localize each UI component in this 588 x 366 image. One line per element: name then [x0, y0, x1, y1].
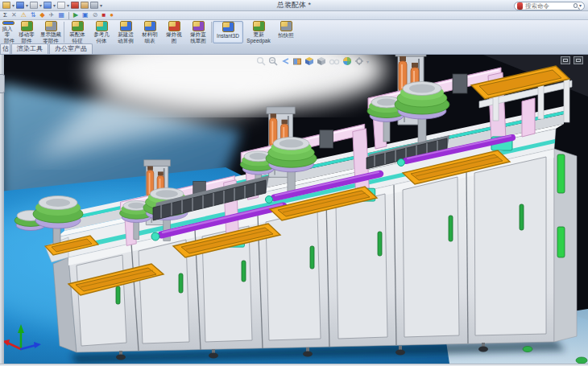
solidworks-window: ▾ ▾ ▾ ▾ ▾ ▾ 总装配体 * ▾ Σ ✕ ⚠ ⇅ ◆ ✈ ▦ ▶ ▣ ⊘…: [0, 0, 588, 366]
vent-panel: [557, 154, 565, 193]
select-caret[interactable]: ▾: [67, 3, 69, 8]
command-search[interactable]: ▾: [514, 2, 585, 10]
ribbon-separator: [211, 22, 212, 43]
update-speedpak-button[interactable]: 更新 Speedpak: [243, 21, 274, 43]
exploded-view-button[interactable]: 爆炸视 图: [162, 21, 186, 43]
play-animation-icon[interactable]: ▶: [73, 12, 78, 19]
feature-manager-collapsed-strip[interactable]: [0, 55, 4, 364]
print-caret[interactable]: ▾: [39, 3, 42, 8]
undo-button[interactable]: [43, 2, 52, 9]
bill-of-materials-button[interactable]: 材料明 细表: [138, 21, 162, 43]
options-button[interactable]: [90, 2, 98, 9]
move-component-icon: [21, 21, 33, 31]
explode-line-sketch-button[interactable]: 爆炸直 线草图: [186, 21, 210, 43]
title-bar: ▾ ▾ ▾ ▾ ▾ ▾ 总装配体 * ▾: [0, 0, 588, 11]
photoview-icon[interactable]: ▣: [82, 12, 89, 19]
insert-components-button[interactable]: 插入零 部件: [0, 21, 14, 43]
solidworks-logo-icon: [517, 2, 523, 10]
tab-evaluate[interactable]: 估: [0, 43, 10, 54]
take-snapshot-button[interactable]: 拍快照: [274, 21, 298, 43]
reference-geometry-button[interactable]: 参考几 何体: [89, 21, 114, 43]
view-settings-icon[interactable]: [354, 56, 364, 66]
panel-expand-handle[interactable]: [0, 74, 5, 93]
render-region-icon[interactable]: ■: [101, 12, 106, 19]
show-hidden-components-icon: [45, 21, 57, 31]
hud-caret[interactable]: ▾: [366, 59, 369, 64]
search-input[interactable]: [525, 2, 574, 10]
instant3d-button[interactable]: Instant3D: [213, 21, 243, 43]
file-properties-button[interactable]: [81, 2, 89, 9]
new-motion-study-icon: [120, 21, 132, 31]
mass-properties-icon[interactable]: ◆: [40, 12, 45, 19]
save-button[interactable]: [16, 2, 24, 9]
hide-show-items-icon[interactable]: [329, 56, 340, 66]
undo-caret[interactable]: ▾: [53, 3, 56, 8]
move-component-button[interactable]: 移动零 部件: [14, 21, 39, 43]
zoom-fit-icon[interactable]: [256, 56, 266, 66]
display-style-icon[interactable]: [317, 56, 326, 66]
tab-render-tools[interactable]: 渲染工具: [11, 43, 48, 54]
show-hidden-components-button[interactable]: 显示隐藏 零部件: [39, 21, 63, 43]
previous-view-icon[interactable]: [280, 56, 290, 66]
open-button[interactable]: [2, 2, 10, 9]
view-orientation-icon[interactable]: [304, 56, 314, 66]
rebuild-button[interactable]: [71, 2, 79, 9]
new-motion-study-button[interactable]: 新建运 动算例: [114, 21, 138, 43]
ribbon-separator: [64, 22, 64, 43]
assembly-features-icon: [72, 21, 84, 31]
toolbar-separator: [68, 12, 69, 19]
exploded-view-icon: [168, 21, 180, 31]
graphics-area[interactable]: ▾: [0, 55, 588, 364]
equations-icon[interactable]: Σ: [3, 12, 7, 19]
insert-components-icon: [2, 21, 14, 25]
section-view-icon[interactable]: [292, 56, 302, 66]
open-caret[interactable]: ▾: [12, 3, 14, 8]
search-icon: [574, 3, 578, 8]
delete-icon[interactable]: ✕: [11, 12, 17, 19]
no-render-icon[interactable]: ⊘: [93, 12, 98, 19]
explode-line-sketch-icon: [193, 21, 205, 31]
apply-scene-icon[interactable]: [342, 56, 352, 66]
print-button[interactable]: [30, 2, 38, 9]
viewport-close-button[interactable]: [574, 56, 583, 64]
instant3d-icon: [222, 22, 234, 32]
screen-capture-icon[interactable]: ▦: [58, 12, 64, 19]
bill-of-materials-icon: [144, 21, 156, 31]
standard-toolbar: Σ ✕ ⚠ ⇅ ◆ ✈ ▦ ▶ ▣ ⊘ ■ ●: [0, 11, 588, 20]
zoom-area-icon[interactable]: [268, 56, 278, 66]
fly-through-icon[interactable]: ✈: [49, 12, 55, 19]
viewport-restore-button[interactable]: [561, 56, 570, 64]
measure-icon[interactable]: ⇅: [31, 12, 36, 19]
heads-up-view-toolbar: ▾: [256, 56, 369, 66]
update-speedpak-icon: [253, 21, 265, 31]
search-caret[interactable]: ▾: [579, 3, 582, 8]
select-tool-button[interactable]: [57, 2, 65, 9]
scene-icon[interactable]: ●: [110, 12, 114, 19]
assembly-features-button[interactable]: 装配体 特征: [65, 21, 89, 43]
options-caret[interactable]: ▾: [100, 3, 102, 8]
reference-geometry-icon: [96, 21, 108, 31]
take-snapshot-icon: [280, 21, 292, 31]
vent-panel: [557, 227, 565, 257]
interference-icon[interactable]: ⚠: [21, 12, 27, 19]
save-caret[interactable]: ▾: [26, 3, 28, 8]
command-manager-ribbon: 插入零 部件 移动零 部件 显示隐藏 零部件 装配体 特征 参考几 何体 新建运…: [0, 20, 588, 44]
quick-access-toolbar: ▾ ▾ ▾ ▾ ▾ ▾: [0, 2, 102, 9]
command-manager-tabs: 估 渲染工具 办公室产品: [0, 44, 588, 55]
tab-office-products[interactable]: 办公室产品: [49, 43, 93, 54]
document-window-controls: [561, 56, 583, 64]
3d-viewport[interactable]: [0, 55, 588, 364]
